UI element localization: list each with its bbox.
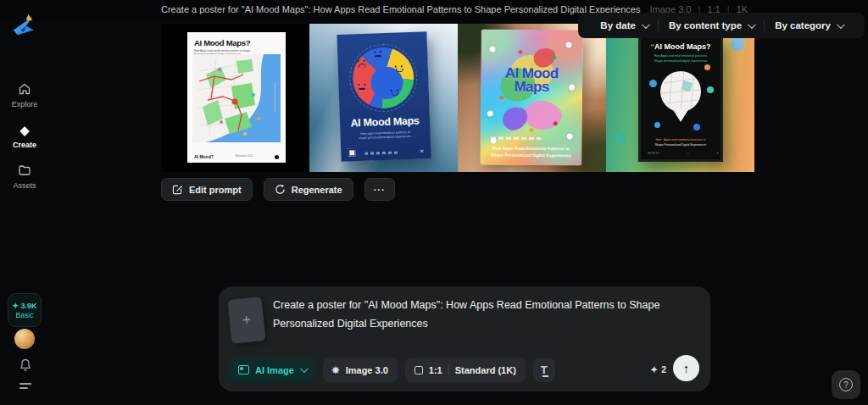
poster-4-footer: How · Apps read emotional practices to S… — [641, 138, 721, 147]
face-sad-icon — [356, 59, 366, 68]
image-icon — [238, 365, 249, 374]
poster-4-bottom-bar: NOW 5Y — ✦ — [648, 152, 719, 155]
generation-results: AI Mood Maps? How Apps read world emotio… — [161, 24, 754, 172]
sidebar-item-explore[interactable]: Explore — [0, 81, 49, 108]
background-dot — [615, 132, 626, 143]
regenerate-button[interactable]: Regenerate — [264, 178, 353, 201]
more-options-button[interactable]: ··· — [364, 178, 395, 201]
help-button[interactable]: ? — [832, 370, 860, 399]
mood-dot-blue — [654, 122, 660, 128]
result-image-4[interactable]: “AI Mood Maps? How Apps and mild emotion… — [606, 24, 754, 172]
poster-1-footer: AI Mood? Mood data 2025 — [194, 154, 279, 159]
sidebar-item-create[interactable]: ◆ Create — [0, 122, 49, 149]
poster-2-title: AI Mood Maps — [340, 114, 430, 130]
mood-dot-orange — [704, 64, 710, 70]
face-neutral-icon — [373, 50, 383, 58]
filter-bar: By date By content type By category — [578, 13, 865, 38]
poster-4: “AI Mood Maps? How Apps and mild emotion… — [638, 33, 723, 162]
home-icon — [17, 81, 32, 97]
map-pin-icon — [660, 71, 701, 124]
diamond-icon: ◆ — [17, 122, 32, 137]
filter-by-category[interactable]: By category — [765, 20, 853, 31]
poster-1: AI Mood Maps? How Apps read world emotio… — [187, 32, 286, 163]
poster-3-title: AI Mood Maps — [481, 66, 582, 94]
map-node — [487, 111, 493, 117]
sparkle-icon: ✦ — [12, 302, 19, 310]
map-node — [567, 133, 573, 139]
face-happy-icon — [390, 88, 400, 97]
face-neutral-icon — [357, 83, 367, 92]
qr-code — [348, 148, 355, 156]
poster-1-title: AI Mood Maps? — [194, 38, 279, 47]
face-happy-icon — [394, 64, 404, 73]
poster-3: AI Mood Maps How Apps Read Emotional Pat… — [480, 29, 582, 165]
regenerate-icon — [275, 184, 286, 195]
result-actions: Edit prompt Regenerate ··· — [161, 178, 395, 201]
generate-submit-button[interactable]: ↑ — [673, 355, 699, 381]
ellipsis-icon: ··· — [374, 185, 386, 195]
result-image-2[interactable]: AI Mood Maps How apps read emotional pat… — [309, 24, 458, 172]
aspect-ratio-icon — [415, 366, 423, 374]
notifications-bell-icon[interactable] — [17, 357, 34, 374]
chevron-down-icon — [837, 20, 845, 29]
app-logo-icon[interactable] — [11, 13, 36, 36]
mood-dot-blue — [649, 80, 657, 87]
chevron-down-icon — [300, 364, 309, 373]
poster-1-side-caption — [275, 83, 275, 112]
map-marker — [552, 55, 556, 59]
prompt-panel: + Create a poster for "AI Mood Maps": Ho… — [219, 286, 710, 391]
result-image-3[interactable]: AI Mood Maps How Apps Read Emotional Pat… — [458, 24, 606, 172]
credits-badge[interactable]: ✦ 3.9K Basic — [8, 293, 42, 327]
background-dot — [731, 37, 744, 51]
ratio-quality-chip[interactable]: 1:1 Standard (1K) — [405, 358, 526, 382]
poster-4-subtitle: How Apps and mild emotional practices Sh… — [641, 54, 721, 64]
arrow-up-icon: ↑ — [683, 361, 690, 375]
edit-icon — [172, 184, 183, 195]
poster-2-logo-mark: ✕ — [420, 147, 424, 153]
poster-4-title: “AI Mood Maps? — [641, 42, 721, 51]
chevron-down-icon — [748, 20, 756, 29]
sidebar: Explore ◆ Create Assets ✦ 3.9K Basic — [0, 0, 49, 405]
result-image-1[interactable]: AI Mood Maps? How Apps read world emotio… — [161, 24, 309, 172]
map-node — [566, 42, 572, 47]
sidebar-item-label: Create — [13, 141, 36, 149]
map-marker — [518, 50, 522, 54]
plus-icon: + — [242, 312, 252, 330]
sidebar-nav: Explore ◆ Create Assets — [0, 81, 49, 190]
question-mark-icon: ? — [839, 378, 853, 391]
mode-selector-chip[interactable]: AI Image — [229, 358, 315, 382]
poster-2: AI Mood Maps How apps read emotional pat… — [337, 31, 431, 162]
app-window: Create a poster for "AI Mood Maps": How … — [0, 0, 868, 405]
engine-selector-chip[interactable]: ⎈ Image 3.0 — [323, 358, 398, 382]
poster-3-fineprint — [491, 137, 542, 141]
user-avatar[interactable] — [14, 329, 35, 349]
map-marker — [499, 96, 504, 100]
filter-by-date[interactable]: By date — [590, 20, 658, 31]
map-blob-pink — [522, 97, 564, 132]
sidebar-item-assets[interactable]: Assets — [0, 163, 49, 190]
credits-plan: Basic — [16, 311, 34, 319]
poster-2-footer-marks — [364, 151, 398, 154]
poster-1-logo-dot — [275, 155, 279, 159]
map-node — [569, 84, 575, 90]
sparkle-icon: ✦ — [650, 364, 658, 374]
sidebar-item-label: Explore — [12, 100, 38, 108]
edit-prompt-button[interactable]: Edit prompt — [161, 178, 253, 201]
credits-amount: ✦ 3.9K — [12, 302, 36, 310]
map-marker — [530, 128, 534, 132]
poster-2-subtitle: How apps read emotional patterns to shap… — [340, 130, 430, 141]
chevron-down-icon — [642, 20, 650, 29]
filter-by-content-type[interactable]: By content type — [659, 20, 764, 31]
divider — [448, 364, 449, 375]
prompt-settings-chips: AI Image ⎈ Image 3.0 1:1 Standard (1K) T — [229, 358, 555, 382]
add-reference-image-button[interactable]: + — [227, 297, 265, 344]
prompt-input[interactable]: Create a poster for "AI Mood Maps": How … — [273, 297, 690, 334]
mood-dot-teal — [707, 86, 714, 93]
text-tool-icon: T — [541, 364, 548, 375]
text-tool-button[interactable]: T — [533, 358, 555, 382]
poster-1-map — [192, 54, 281, 142]
menu-lines-icon[interactable] — [19, 383, 31, 391]
model-helm-icon: ⎈ — [332, 364, 340, 375]
map-marker — [554, 121, 558, 125]
folder-icon — [17, 163, 32, 178]
